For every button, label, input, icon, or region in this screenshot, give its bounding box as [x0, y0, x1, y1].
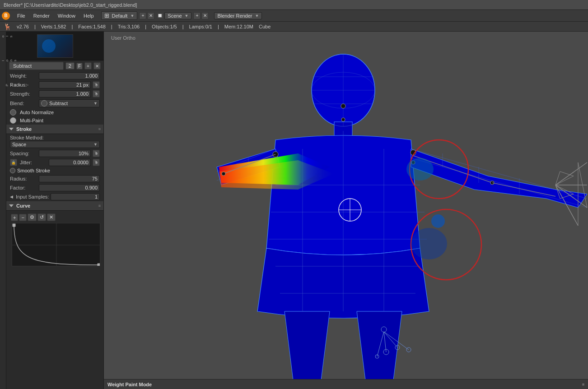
smooth-factor-row: Factor: 0.900 [6, 183, 103, 192]
blend-value: Subtract [49, 101, 68, 106]
blend-dropdown[interactable]: Subtract ▼ [39, 99, 100, 107]
strength-row: Strength: 1.000 🖱 [6, 89, 103, 98]
blend-arrow: ▼ [93, 101, 98, 106]
smooth-stroke-content: Radius: 75 Factor: 0.900 ◀ Input Samples… [6, 174, 103, 201]
stats-separator2: | [71, 24, 73, 29]
curve-canvas[interactable] [12, 223, 100, 266]
curve-close[interactable]: ✕ [47, 213, 56, 221]
menu-render[interactable]: Render [30, 12, 53, 19]
menu-help[interactable]: Help [80, 12, 98, 19]
stats-lamps: Lamps:0/1 [189, 24, 212, 29]
smooth-radius-label: Radius: [10, 176, 37, 181]
scene-dropdown[interactable]: Scene ▼ [164, 12, 191, 19]
auto-normalize-label[interactable]: Auto Normalize [20, 110, 54, 115]
stroke-options-icon: ≡ [98, 127, 101, 131]
weight-row: Weight: 1.000 [6, 71, 103, 80]
input-samples-value[interactable]: 1 [51, 193, 100, 200]
stroke-method-dropdown[interactable]: Space ▼ [10, 141, 100, 148]
viewport[interactable]: User Ortho Weight Paint Mode ≡ [104, 32, 588, 389]
strength-value[interactable]: 1.000 [39, 90, 91, 97]
side-tab-options[interactable]: Options [0, 57, 18, 64]
curve-add-point[interactable]: + [11, 214, 18, 221]
curve-content: + − ⚙ ↺ ✕ [6, 211, 103, 269]
curve-reset[interactable]: ↺ [37, 213, 46, 221]
curve-graph [12, 223, 100, 266]
auto-normalize-row: Auto Normalize [6, 108, 103, 116]
layout-label: Default [112, 13, 128, 19]
stats-objects: Objects:1/5 [152, 24, 177, 29]
stats-faces: Faces:1,548 [78, 24, 106, 29]
multi-paint-label[interactable]: Multi-Paint [20, 118, 43, 123]
curve-settings[interactable]: ⚙ [28, 213, 37, 221]
remove-brush-icon[interactable]: ✕ [93, 62, 101, 69]
smooth-stroke-toggle[interactable] [10, 168, 15, 173]
f-box[interactable]: F [76, 63, 83, 69]
stats-separator3: | [111, 24, 112, 29]
layout-add[interactable]: + [139, 12, 146, 19]
svg-point-47 [431, 214, 445, 228]
input-samples-label: Input Samples: [16, 194, 49, 199]
jitter-lock-icon[interactable]: 🔒 [10, 159, 17, 166]
scene-add[interactable]: + [193, 12, 201, 19]
main-area: Tools Options GreasePencil Subtract 2 [0, 32, 588, 389]
curve-section-header[interactable]: Curve ≡ [6, 201, 103, 211]
input-samples-arrow: ◀ [10, 194, 13, 199]
layout-dropdown[interactable]: ⊞ Default ▼ [101, 11, 138, 20]
strength-label: Strength: [10, 91, 37, 97]
viewport-mode-text: User Ortho [111, 35, 135, 41]
renderer-dropdown[interactable]: Blender Render ▼ [214, 12, 262, 19]
multi-paint-checkbox[interactable] [10, 117, 16, 124]
renderer-label: Blender Render [217, 13, 252, 19]
smooth-radius-value[interactable]: 75 [39, 175, 100, 182]
side-tab-tools[interactable]: Tools [0, 33, 14, 39]
input-samples-row: ◀ Input Samples: 1 [6, 192, 103, 201]
blend-row: Blend: Subtract ▼ [6, 98, 103, 108]
layout-icon: ⊞ [104, 12, 109, 19]
view3d-icon: 🔲 [157, 13, 163, 18]
spacing-row: Spacing: 10% 🖱 [6, 149, 103, 158]
viewport-scene [104, 32, 588, 389]
blender-logo: B [2, 12, 10, 20]
side-tab-grease[interactable]: GreasePencil [0, 82, 30, 88]
menu-file[interactable]: File [14, 12, 29, 19]
curve-remove-point[interactable]: − [19, 214, 26, 221]
spacing-lock-icon[interactable]: 🖱 [93, 150, 100, 157]
strength-lock-icon[interactable]: 🖱 [93, 90, 100, 97]
weight-value[interactable]: 1.000 [39, 72, 100, 79]
scene-label: Scene [168, 13, 182, 19]
add-brush-icon[interactable]: + [84, 62, 92, 69]
blender-icon-stats: 🦌 [4, 23, 11, 30]
radius-value[interactable]: 21 px [39, 81, 91, 88]
stroke-collapse-icon [9, 128, 14, 130]
svg-point-33 [341, 104, 345, 108]
stats-mem: Mem:12.10M [224, 24, 253, 29]
jitter-row: 🔒 Jitter: 0.0000 🖱 [6, 158, 103, 167]
smooth-stroke-label: Smooth Stroke [17, 168, 50, 173]
svg-point-34 [341, 118, 345, 121]
subtract-label: Subtract [13, 63, 32, 69]
left-panel: Tools Options GreasePencil Subtract 2 [0, 32, 104, 389]
layout-expand: ▼ [130, 14, 134, 18]
mode-text: Weight Paint Mode [107, 382, 152, 387]
brush-num[interactable]: 2 [65, 62, 75, 69]
title-text: Blender* [C:\Users\ardito\Desktop\jeb2.0… [4, 2, 137, 8]
weight-label: Weight: [10, 73, 37, 79]
spacing-value[interactable]: 10% [39, 150, 91, 157]
stroke-section-header[interactable]: Stroke ≡ [6, 125, 103, 134]
svg-rect-3 [98, 264, 100, 266]
stats-separator4: | [145, 24, 146, 29]
jitter-value[interactable]: 0.0000 [49, 159, 91, 166]
jitter-brush-icon[interactable]: 🖱 [93, 159, 100, 166]
radius-lock-icon[interactable]: 🖱 [93, 81, 100, 88]
scene-remove[interactable]: ✕ [201, 12, 209, 19]
smooth-stroke-row[interactable]: Smooth Stroke [6, 167, 103, 174]
smooth-factor-value[interactable]: 0.900 [39, 184, 100, 191]
stats-tris: Tris:3,106 [118, 24, 140, 29]
menu-window[interactable]: Window [54, 12, 79, 19]
auto-normalize-checkbox[interactable] [10, 109, 16, 116]
svg-rect-2 [13, 224, 15, 227]
title-bar: Blender* [C:\Users\ardito\Desktop\jeb2.0… [0, 0, 588, 10]
stroke-method-row: Stroke Method: Space ▼ [6, 134, 103, 149]
layout-remove[interactable]: ✕ [147, 12, 154, 19]
multi-paint-row: Multi-Paint [6, 116, 103, 125]
